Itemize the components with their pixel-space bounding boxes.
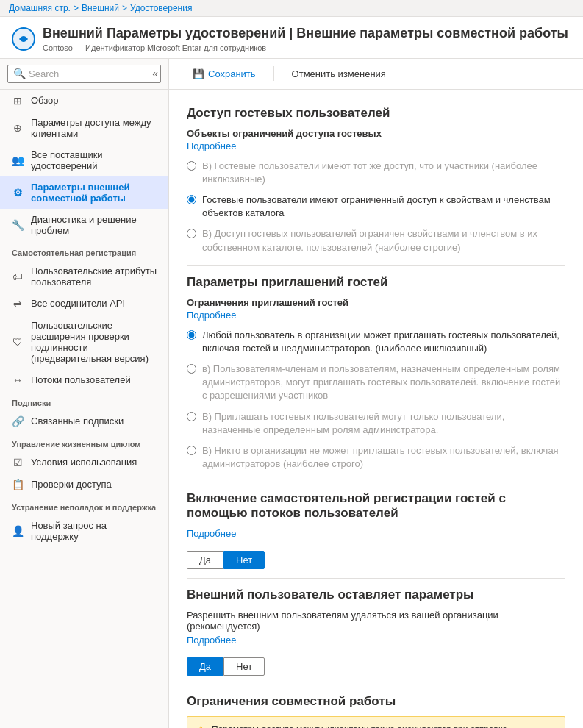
section-self-reg: Самостоятельная регистрация bbox=[0, 241, 168, 260]
sidebar-item-label: Связанные подписки bbox=[31, 415, 124, 427]
save-button[interactable]: 💾 Сохранить bbox=[184, 65, 265, 83]
warning-icon: ⚠ bbox=[196, 724, 206, 728]
self-reg-section: Включение самостоятельной регистрации го… bbox=[187, 491, 565, 569]
ga1-label: В) Гостевые пользователи имеют тот же до… bbox=[202, 160, 565, 186]
collapse-button[interactable]: « bbox=[152, 68, 158, 79]
section-troubleshooting: Устранение неполадок и поддержка bbox=[0, 496, 168, 515]
self-reg-title: Включение самостоятельной регистрации го… bbox=[187, 491, 565, 521]
sidebar-item-user-ext[interactable]: 🛡 Пользовательские расширения проверки п… bbox=[0, 315, 168, 369]
guest-invite-subsection: Ограничения приглашений гостей bbox=[187, 297, 565, 308]
save-label: Сохранить bbox=[208, 68, 256, 79]
toolbar-separator bbox=[273, 66, 274, 81]
page-subtitle: Contoso — Идентификатор Microsoft Entar … bbox=[43, 43, 568, 52]
guest-invite-option-4: В) Никто в организации не может приглаша… bbox=[187, 442, 565, 473]
self-reg-no-button[interactable]: Нет bbox=[223, 551, 265, 569]
gi1-radio[interactable] bbox=[187, 330, 196, 340]
divider-1 bbox=[187, 265, 565, 266]
external-leave-link[interactable]: Подробнее bbox=[187, 635, 236, 646]
external-leave-description: Разрешить внешним пользователям удалятьс… bbox=[187, 610, 565, 632]
sidebar-item-cross-tenant[interactable]: ⊕ Параметры доступа между клиентами bbox=[0, 112, 168, 144]
sidebar-item-terms[interactable]: ☑ Условия использования bbox=[0, 452, 168, 474]
tag-icon: 🏷 bbox=[12, 271, 24, 282]
sidebar-item-user-attrs[interactable]: 🏷 Пользовательские атрибуты пользователя bbox=[0, 260, 168, 293]
sidebar-item-access-reviews[interactable]: 📋 Проверки доступа bbox=[0, 474, 168, 496]
divider-4 bbox=[187, 685, 565, 685]
shield-icon: 🛡 bbox=[12, 336, 24, 348]
sidebar-item-label: Обзор bbox=[31, 95, 59, 106]
sidebar-item-api-connectors[interactable]: ⇌ Все соединители API bbox=[0, 293, 168, 315]
sidebar-item-linked-subs[interactable]: 🔗 Связанные подписки bbox=[0, 410, 168, 432]
toolbar: 💾 Сохранить Отменить изменения bbox=[169, 59, 583, 90]
guest-invite-title: Параметры приглашений гостей bbox=[187, 275, 565, 290]
divider-2 bbox=[187, 482, 565, 482]
flow-icon: ↔ bbox=[12, 374, 24, 386]
content-inner: Доступ гостевых пользователей Объекты ог… bbox=[169, 90, 583, 728]
sidebar-item-label: Параметры доступа между клиентами bbox=[31, 117, 157, 139]
gi2-label: в) Пользователям-членам и пользователям,… bbox=[202, 363, 565, 403]
grid-icon: ⊞ bbox=[12, 95, 24, 107]
guest-invite-link[interactable]: Подробнее bbox=[187, 310, 236, 321]
self-reg-yes-button[interactable]: Да bbox=[187, 551, 223, 569]
ga1-radio[interactable] bbox=[187, 161, 196, 171]
external-leave-toggle-group: Да Нет bbox=[187, 657, 565, 676]
sidebar-item-all-providers[interactable]: 👥 Все поставщики удостоверений bbox=[0, 144, 168, 176]
gi2-radio[interactable] bbox=[187, 364, 196, 374]
guest-invite-option-1: Любой пользователь в организации может п… bbox=[187, 326, 565, 357]
guest-access-option-1: В) Гостевые пользователи имеют тот же до… bbox=[187, 157, 565, 188]
gi4-radio[interactable] bbox=[187, 446, 196, 455]
sidebar-item-new-request[interactable]: 👤 Новый запрос на поддержку bbox=[0, 515, 168, 547]
sidebar-item-label: Проверки доступа bbox=[31, 479, 112, 490]
external-leave-title: Внешний пользователь оставляет параметры bbox=[187, 588, 565, 602]
breadcrumb-home[interactable]: Домашняя стр. bbox=[9, 3, 71, 13]
page-title: Внешний Параметры удостоверений | Внешни… bbox=[43, 26, 568, 42]
collab-warning-text: Параметры доступа между клиентами также … bbox=[212, 723, 556, 728]
ga3-label: В) Доступ гостевых пользователей огранич… bbox=[202, 227, 565, 254]
guest-access-link[interactable]: Подробнее bbox=[187, 140, 236, 151]
gi1-label: Любой пользователь в организации может п… bbox=[202, 329, 565, 355]
connect-icon: ⇌ bbox=[12, 298, 24, 310]
sidebar: 🔍 « ⊞ Обзор ⊕ Параметры доступа между кл… bbox=[0, 59, 169, 728]
sidebar-item-label: Параметры внешней совместной работы bbox=[31, 182, 157, 204]
gi4-label: В) Никто в организации не может приглаша… bbox=[202, 444, 565, 471]
cancel-button[interactable]: Отменить изменения bbox=[283, 65, 395, 83]
sidebar-item-label: Все соединители API bbox=[31, 298, 125, 309]
people-icon: 👥 bbox=[12, 154, 24, 166]
sidebar-item-user-flows[interactable]: ↔ Потоки пользователей bbox=[0, 369, 168, 391]
search-input[interactable] bbox=[7, 65, 161, 83]
guest-access-section: Доступ гостевых пользователей Объекты ог… bbox=[187, 106, 565, 257]
sidebar-item-external-collab[interactable]: ⚙ Параметры внешней совместной работы bbox=[0, 176, 168, 209]
sidebar-nav: ⊞ Обзор ⊕ Параметры доступа между клиент… bbox=[0, 90, 168, 728]
guest-access-radio-group: В) Гостевые пользователи имеют тот же до… bbox=[187, 157, 565, 257]
cancel-label: Отменить изменения bbox=[292, 68, 386, 79]
save-icon: 💾 bbox=[193, 68, 204, 79]
sidebar-item-label: Пользовательские расширения проверки под… bbox=[31, 320, 157, 364]
sidebar-item-label: Условия использования bbox=[31, 457, 137, 468]
self-reg-toggle-group: Да Нет bbox=[187, 551, 565, 569]
sidebar-item-label: Новый запрос на поддержку bbox=[31, 520, 157, 542]
external-leave-section: Внешний пользователь оставляет параметры… bbox=[187, 588, 565, 676]
ga2-radio[interactable] bbox=[187, 195, 196, 204]
collab-warning-box: ⚠ Параметры доступа между клиентами такж… bbox=[187, 716, 565, 728]
guest-invite-option-2: в) Пользователям-членам и пользователям,… bbox=[187, 360, 565, 405]
breadcrumb-certificates[interactable]: Удостоверения bbox=[130, 3, 193, 13]
ga3-radio[interactable] bbox=[187, 229, 196, 238]
external-leave-yes-button[interactable]: Да bbox=[187, 657, 223, 676]
breadcrumb-external[interactable]: Внешний bbox=[82, 3, 119, 13]
ga2-label: Гостевые пользователи имеют ограниченный… bbox=[202, 193, 565, 220]
person-icon: 👤 bbox=[12, 525, 24, 537]
section-lifecycle: Управление жизненным циклом bbox=[0, 432, 168, 452]
section-subscriptions: Подписки bbox=[0, 391, 168, 410]
divider-3 bbox=[187, 578, 565, 579]
self-reg-link[interactable]: Подробнее bbox=[187, 528, 236, 539]
collab-restrictions-section: Ограничения совместной работы ⚠ Параметр… bbox=[187, 694, 565, 728]
content-area: 💾 Сохранить Отменить изменения Доступ го… bbox=[169, 59, 583, 728]
check-icon: ☑ bbox=[12, 457, 24, 468]
gi3-radio[interactable] bbox=[187, 412, 196, 421]
sidebar-item-overview[interactable]: ⊞ Обзор bbox=[0, 90, 168, 112]
sidebar-item-diagnostics[interactable]: 🔧 Диагностика и решение проблем bbox=[0, 209, 168, 241]
external-leave-no-button[interactable]: Нет bbox=[223, 657, 265, 676]
gear-icon: ⚙ bbox=[12, 187, 24, 199]
breadcrumb: Домашняя стр. > Внешний > Удостоверения bbox=[0, 0, 583, 17]
guest-invite-radio-group: Любой пользователь в организации может п… bbox=[187, 326, 565, 474]
gi3-label: В) Приглашать гостевых пользователей мог… bbox=[202, 410, 565, 437]
